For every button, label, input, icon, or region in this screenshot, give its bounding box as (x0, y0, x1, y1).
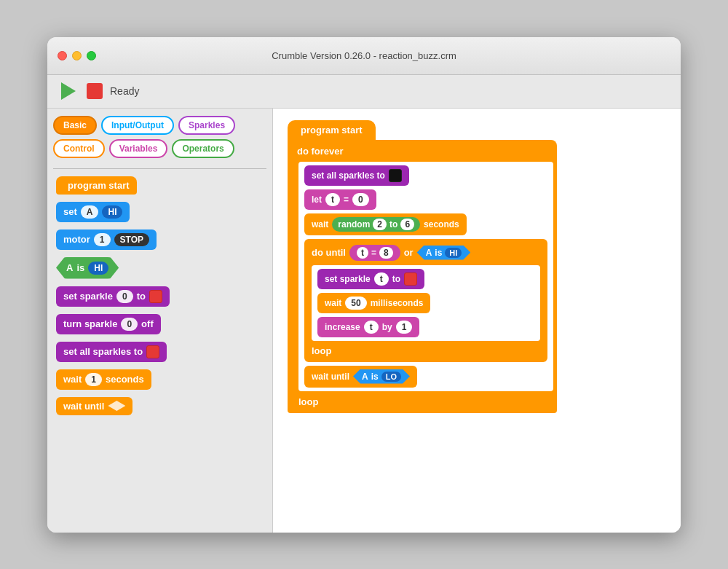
do-forever-container: do forever set all sparkles to (288, 140, 557, 413)
play-button[interactable] (58, 80, 79, 102)
left-panel: Basic Input/Output Sparkles Control Vari… (47, 109, 273, 533)
canvas-area: program start do forever (273, 109, 681, 533)
program-start-canvas[interactable]: program start do forever (288, 120, 557, 413)
prog-start-label: program start (288, 120, 376, 140)
window-title: Crumble Version 0.26.0 - reaction_buzz.c… (272, 50, 456, 61)
main-area: Basic Input/Output Sparkles Control Vari… (47, 109, 681, 533)
motor-stop-block[interactable]: motor 1 STOP (56, 229, 157, 250)
cat-basic-button[interactable]: Basic (53, 116, 97, 135)
status-text: Ready (110, 85, 139, 97)
wait-seconds-block[interactable]: wait 1 seconds (56, 369, 151, 390)
set-all-sparkles-block[interactable]: set all sparkles to (56, 342, 167, 362)
do-until-header[interactable]: do until t = 8 or (304, 242, 547, 264)
main-window: Crumble Version 0.26.0 - reaction_buzz.c… (47, 37, 681, 533)
diamond-icon (108, 401, 125, 411)
loop2-label: loop (291, 393, 553, 410)
traffic-lights (58, 51, 96, 60)
let-t-row[interactable]: let t = 0 (304, 189, 547, 210)
wait-random-row[interactable]: wait random 2 to 6 seconds (304, 213, 547, 235)
wait-ms-row[interactable]: wait 50 milliseconds (317, 293, 534, 313)
black-color-box (389, 169, 402, 182)
category-buttons: Basic Input/Output Sparkles Control Vari… (53, 116, 266, 158)
toolbar: Ready (47, 75, 681, 109)
titlebar: Crumble Version 0.26.0 - reaction_buzz.c… (47, 37, 681, 75)
do-forever-label: do forever (291, 143, 553, 160)
wait-until-block[interactable]: wait until (56, 397, 132, 415)
cat-variables-button[interactable]: Variables (109, 139, 168, 158)
increase-t-row[interactable]: increase t by 1 (317, 317, 534, 337)
a-is-hi-block[interactable]: A is HI (56, 257, 264, 279)
set-sparkle-t-row[interactable]: set sparkle t to (317, 269, 534, 289)
wait-until-lo-row[interactable]: wait until A is LO (304, 366, 547, 388)
set-sparkle-block[interactable]: set sparkle 0 to (56, 286, 170, 307)
divider (53, 168, 266, 169)
close-button[interactable] (58, 51, 67, 60)
do-until-container: do until t = 8 or (304, 239, 547, 362)
block-palette: program start set A HI motor 1 STOP (53, 176, 266, 415)
set-all-sparkles-row[interactable]: set all sparkles to (304, 165, 547, 186)
color-red-box2 (146, 345, 159, 358)
loop-label: loop (304, 342, 547, 359)
cat-control-button[interactable]: Control (53, 139, 105, 158)
program-start-block[interactable]: program start (56, 176, 137, 195)
do-forever-inner: set all sparkles to let t = 0 (298, 162, 553, 391)
stop-button[interactable] (87, 83, 103, 99)
red-color-box (404, 272, 417, 286)
turn-sparkle-off-block[interactable]: turn sparkle 0 off (56, 314, 161, 334)
cat-operators-button[interactable]: Operators (172, 139, 234, 158)
do-until-inner: set sparkle t to (312, 265, 540, 341)
color-red-box (149, 290, 162, 303)
maximize-button[interactable] (87, 51, 96, 60)
minimize-button[interactable] (72, 51, 82, 60)
set-a-hi-block[interactable]: set A HI (56, 202, 130, 222)
cat-io-button[interactable]: Input/Output (101, 116, 174, 135)
cat-sparkles-button[interactable]: Sparkles (178, 116, 235, 135)
play-icon (61, 82, 76, 100)
